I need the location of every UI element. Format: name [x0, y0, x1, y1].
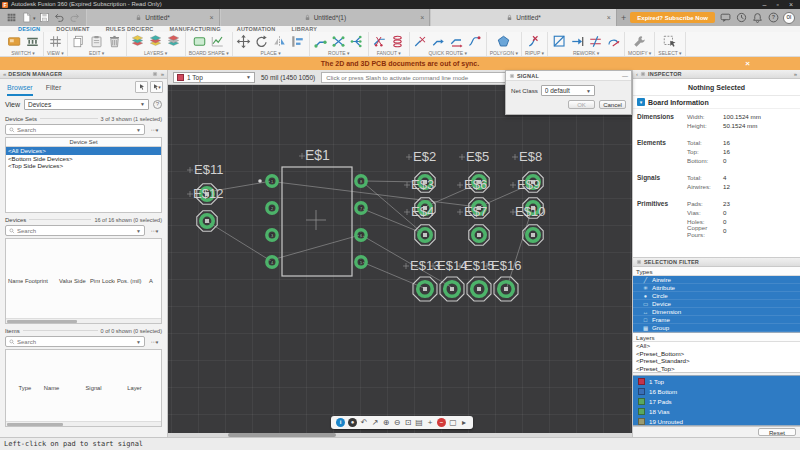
ref-designator-label[interactable]: E$2 — [413, 149, 436, 164]
copy-icon[interactable] — [71, 34, 87, 50]
save-icon[interactable] — [39, 12, 51, 24]
horizontal-scrollbar[interactable] — [6, 318, 161, 323]
route1-icon[interactable] — [313, 34, 329, 50]
paste-icon[interactable] — [89, 34, 105, 50]
feedback-icon[interactable] — [719, 12, 731, 24]
section-collapse-icon[interactable]: ▾ — [637, 98, 645, 106]
type-filter-row[interactable]: ●Circle — [633, 292, 800, 300]
qr2-icon[interactable] — [431, 34, 447, 50]
notifications-icon[interactable] — [751, 12, 763, 24]
layer-row[interactable]: 1 Top — [633, 376, 800, 386]
device-set-row[interactable]: <Top Side Devices> — [6, 162, 161, 170]
layers2-icon[interactable] — [148, 34, 164, 50]
active-layer-dropdown[interactable]: 1 Top ▼ — [173, 72, 255, 83]
board-icon[interactable] — [6, 34, 22, 50]
qr1-icon[interactable] — [413, 34, 429, 50]
view-help-icon[interactable]: ? — [153, 100, 162, 109]
help-icon[interactable]: ? — [767, 12, 779, 24]
ribbon-group-route[interactable]: ROUTE ▾ — [310, 32, 369, 56]
zoom-in-icon[interactable]: ⊕ — [382, 416, 390, 429]
collapse-panel-icon[interactable]: « — [3, 71, 6, 77]
column-header[interactable]: Type — [6, 385, 42, 391]
ribbon-group-view[interactable]: VIEW ▾ — [44, 32, 68, 56]
shape-icon[interactable] — [192, 34, 208, 50]
ref-designator-label[interactable]: E$15 — [464, 258, 494, 273]
tab-close-icon[interactable]: × — [607, 14, 611, 21]
ref-designator-label[interactable]: E$1 — [305, 147, 330, 163]
layer-row[interactable]: 18 Vias — [633, 406, 800, 416]
undo-icon[interactable] — [54, 12, 66, 24]
layer-view-icon[interactable]: ▤ — [415, 416, 423, 429]
rw2-icon[interactable] — [569, 34, 585, 50]
ref-designator-label[interactable]: E$3 — [411, 177, 434, 192]
select-tool-button[interactable] — [135, 81, 148, 93]
select-icon[interactable] — [662, 34, 678, 50]
collapse-panel-icon[interactable]: ‹ — [636, 71, 638, 77]
rw4-icon[interactable] — [605, 34, 621, 50]
mirror-icon[interactable] — [272, 34, 288, 50]
ref-designator-label[interactable]: E$14 — [437, 258, 467, 273]
ref-designator-label[interactable]: E$5 — [466, 149, 489, 164]
column-header[interactable]: Signal — [84, 385, 126, 391]
tab-close-icon[interactable]: × — [209, 14, 213, 21]
ribbon-group-edit[interactable]: EDIT ▾ — [68, 32, 127, 56]
document-tab[interactable]: Untitled*(1) × — [220, 9, 431, 26]
document-tab-active[interactable]: Untitled* × — [430, 9, 616, 26]
ref-designator-label[interactable]: E$11 — [194, 162, 223, 177]
panel-expand-icon[interactable]: » — [794, 71, 797, 77]
warning-close-icon[interactable]: × — [745, 59, 750, 68]
column-header[interactable]: Name — [6, 278, 23, 284]
device-sets-search-input[interactable] — [17, 127, 134, 133]
ribbon-group-layers[interactable]: LAYERS ▾ — [127, 32, 186, 56]
user-avatar[interactable]: OI — [783, 12, 795, 24]
panel-menu-icon[interactable]: » — [161, 71, 164, 77]
items-search[interactable]: ▼ — [5, 336, 145, 347]
ribbon-group-rework[interactable]: REWORK ▾ — [548, 32, 625, 56]
wrench-icon[interactable] — [632, 34, 648, 50]
subscribe-button[interactable]: Expired? Subscribe Now — [630, 12, 715, 23]
chevron-down-icon[interactable]: ▼ — [136, 228, 141, 234]
ribbon-group-switch[interactable]: SWITCH ▾ — [3, 32, 44, 56]
document-tab[interactable]: Untitled* × — [86, 9, 220, 26]
layer-preset-row[interactable]: <All> — [633, 342, 800, 350]
library-icon[interactable] — [24, 34, 40, 50]
ribbon-group-board-shape[interactable]: BOARD SHAPE ▾ — [186, 32, 233, 56]
panel-settings-icon[interactable] — [152, 71, 158, 77]
column-header[interactable]: Locked — [100, 278, 115, 284]
selection-filter-header[interactable]: SELECTION FILTER — [633, 258, 800, 267]
layers1-icon[interactable] — [130, 34, 146, 50]
cursor-icon[interactable]: ↗ — [371, 416, 379, 429]
file-menu-icon[interactable] — [20, 12, 32, 24]
board-information-section[interactable]: ▾ Board Information — [633, 95, 800, 109]
airwire[interactable] — [275, 235, 360, 259]
ribbon-group-ripup[interactable]: RIPUP ▾ — [522, 32, 548, 56]
device-sets-more-button[interactable]: ⋯▾ — [148, 124, 162, 135]
ribbon-group-select[interactable]: SELECT ▾ — [655, 32, 685, 56]
view-dropdown[interactable]: Devices ▼ — [24, 99, 149, 110]
horizontal-scrollbar[interactable] — [6, 421, 161, 426]
rw1-icon[interactable] — [551, 34, 567, 50]
zoom-fit-icon[interactable]: ⊡ — [404, 416, 412, 429]
window-maximize-button[interactable]: ▫ — [776, 0, 778, 9]
rw3-icon[interactable] — [587, 34, 603, 50]
type-filter-row[interactable]: ╱Airwire — [633, 276, 800, 284]
qr4-icon[interactable] — [467, 34, 483, 50]
airwire[interactable] — [208, 222, 271, 261]
type-filter-row[interactable]: □Frame — [633, 316, 800, 324]
layer-preset-row[interactable]: <Preset_Top> — [633, 365, 800, 373]
column-header[interactable]: Name — [42, 385, 84, 391]
signal-dialog-header[interactable]: SIGNAL — — [506, 71, 631, 81]
chevron-down-icon[interactable]: ▼ — [136, 339, 141, 345]
column-header[interactable]: Pos. (mil) — [115, 278, 147, 284]
zoom-out-icon[interactable]: ⊖ — [393, 416, 401, 429]
layer-row[interactable]: 17 Pads — [633, 396, 800, 406]
select-options-button[interactable]: ▾ — [150, 81, 163, 93]
devices-search[interactable]: ▼ — [5, 225, 145, 236]
type-filter-row[interactable]: ▭Device — [633, 300, 800, 308]
column-header[interactable]: Value — [57, 278, 72, 284]
rotate-icon[interactable] — [254, 34, 270, 50]
layer-preset-row[interactable]: <Preset_Standard> — [633, 357, 800, 365]
type-filter-row[interactable]: ▦Group — [633, 324, 800, 332]
stop-icon[interactable]: – — [437, 418, 446, 427]
ref-designator-label[interactable]: E$8 — [519, 149, 542, 164]
